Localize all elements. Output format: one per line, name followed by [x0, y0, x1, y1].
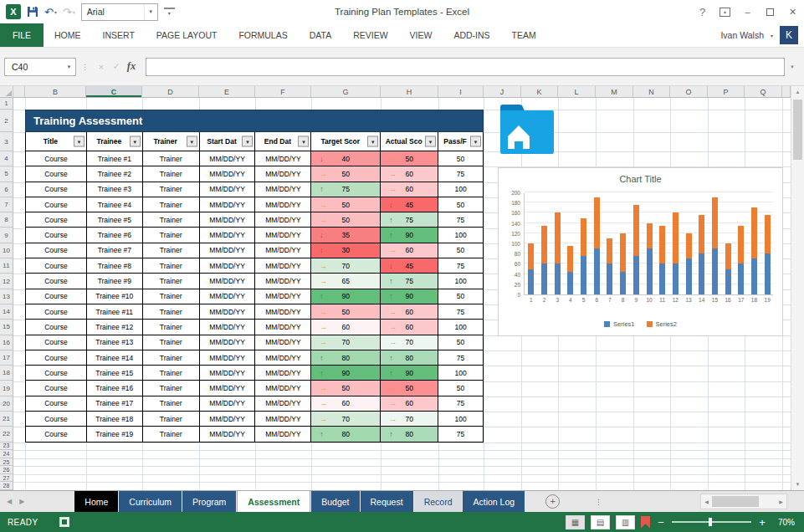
table-cell[interactable]: Trainee #13 — [87, 335, 143, 350]
table-cell[interactable]: Trainee #17 — [87, 396, 143, 412]
name-box-arrow-icon[interactable]: ▼ — [63, 64, 75, 69]
row-header-24[interactable]: 24 — [0, 450, 13, 458]
table-cell[interactable]: MM/DD/YY — [255, 212, 311, 228]
pass-cell[interactable]: 100 — [438, 274, 484, 289]
table-cell[interactable]: Course — [26, 396, 87, 412]
ribbon-tab-formulas[interactable]: FORMULAS — [228, 23, 298, 47]
table-cell[interactable]: MM/DD/YY — [200, 182, 256, 197]
horizontal-scrollbar[interactable]: ◀ ▶ — [700, 494, 787, 509]
column-header-b[interactable]: B — [25, 86, 86, 97]
row-header-14[interactable]: 14 — [0, 304, 13, 320]
page-break-view-button[interactable]: ▥ — [616, 515, 635, 529]
table-column-header[interactable]: Start Dat▼ — [200, 132, 256, 151]
table-cell[interactable]: MM/DD/YY — [200, 258, 256, 274]
table-cell[interactable]: Course — [26, 182, 87, 197]
sheet-tab-assessment[interactable]: Assessment — [237, 491, 310, 512]
table-cell[interactable]: Trainer — [143, 228, 200, 243]
filter-dropdown-button[interactable]: ▼ — [470, 136, 481, 147]
actual-score-cell[interactable]: →60 — [381, 166, 438, 182]
actual-score-cell[interactable]: →60 — [381, 243, 438, 258]
target-score-cell[interactable]: ↓40 — [311, 151, 381, 166]
table-cell[interactable]: Course — [26, 335, 87, 350]
target-score-cell[interactable]: →60 — [311, 396, 381, 412]
horizontal-scroll-thumb[interactable] — [712, 496, 759, 507]
actual-score-cell[interactable]: ↑75 — [381, 274, 438, 289]
insert-function-button[interactable]: fx — [124, 60, 139, 73]
minimize-button[interactable]: – — [736, 0, 759, 23]
table-cell[interactable]: Trainee #18 — [87, 412, 143, 427]
sheet-tab-program[interactable]: Program — [182, 491, 236, 512]
ribbon-tab-page-layout[interactable]: PAGE LAYOUT — [146, 23, 228, 47]
formula-bar-expand-icon[interactable]: ▼ — [785, 64, 800, 69]
table-column-header[interactable]: Actual Sco▼ — [381, 132, 438, 151]
actual-score-cell[interactable]: ↓45 — [381, 197, 438, 212]
actual-score-cell[interactable]: →70 — [381, 335, 438, 350]
user-dropdown-arrow-icon[interactable]: ▾ — [771, 33, 773, 38]
scroll-right-arrow-icon[interactable]: ▶ — [776, 499, 786, 504]
table-cell[interactable]: MM/DD/YY — [255, 289, 311, 304]
pass-cell[interactable]: 50 — [438, 243, 484, 258]
formula-input[interactable] — [146, 58, 785, 76]
table-cell[interactable]: Trainee #7 — [87, 243, 143, 258]
target-score-cell[interactable]: →50 — [311, 304, 381, 320]
row-header-19[interactable]: 19 — [0, 381, 13, 396]
table-cell[interactable]: Course — [26, 304, 87, 320]
table-cell[interactable]: MM/DD/YY — [255, 320, 311, 335]
pass-cell[interactable]: 50 — [438, 197, 484, 212]
column-header-k[interactable]: K — [521, 86, 558, 97]
sheet-tab-action-log[interactable]: Action Log — [463, 491, 525, 512]
pass-cell[interactable]: 75 — [438, 258, 484, 274]
table-cell[interactable]: Trainee #8 — [87, 258, 143, 274]
table-cell[interactable]: Trainer — [143, 366, 200, 381]
font-dropdown-arrow-icon[interactable]: ▼ — [144, 4, 157, 20]
row-header-25[interactable]: 25 — [0, 458, 13, 467]
column-header-n[interactable]: N — [633, 86, 670, 97]
table-column-header[interactable]: Target Scor▼ — [311, 132, 381, 151]
row-header-28[interactable]: 28 — [0, 482, 13, 490]
row-header-1[interactable]: 1 — [0, 98, 13, 110]
table-cell[interactable]: Course — [26, 427, 87, 442]
filter-dropdown-button[interactable]: ▼ — [74, 136, 84, 147]
table-cell[interactable]: MM/DD/YY — [200, 366, 256, 381]
table-cell[interactable]: Course — [26, 289, 87, 304]
sheet-tab-budget[interactable]: Budget — [311, 491, 359, 512]
row-header-26[interactable]: 26 — [0, 466, 13, 474]
ribbon-tab-data[interactable]: DATA — [299, 23, 342, 47]
table-column-header[interactable]: Trainee▼ — [87, 132, 143, 151]
pass-cell[interactable]: 100 — [438, 412, 484, 427]
undo-button[interactable]: ↶▾ — [44, 7, 57, 18]
actual-score-cell[interactable]: ↑90 — [381, 366, 438, 381]
table-cell[interactable]: Trainer — [143, 289, 200, 304]
new-sheet-button[interactable]: + — [545, 494, 560, 509]
row-header-12[interactable]: 12 — [0, 274, 13, 289]
cancel-icon[interactable]: × — [94, 62, 109, 72]
pass-cell[interactable]: 50 — [438, 381, 484, 396]
column-header-l[interactable]: L — [558, 86, 596, 97]
table-cell[interactable]: Course — [26, 151, 87, 166]
table-cell[interactable]: Trainer — [143, 335, 200, 350]
table-cell[interactable]: Trainer — [143, 258, 200, 274]
table-cell[interactable]: Trainer — [143, 166, 200, 182]
table-cell[interactable]: Course — [26, 320, 87, 335]
table-cell[interactable]: MM/DD/YY — [200, 289, 256, 304]
normal-view-button[interactable]: ▦ — [566, 515, 585, 529]
actual-score-cell[interactable]: →60 — [381, 320, 438, 335]
row-header-7[interactable]: 7 — [0, 197, 13, 212]
row-header-17[interactable]: 17 — [0, 350, 13, 366]
table-cell[interactable]: Trainer — [143, 320, 200, 335]
table-cell[interactable]: MM/DD/YY — [200, 381, 256, 396]
table-cell[interactable]: Trainee #4 — [87, 197, 143, 212]
pass-cell[interactable]: 75 — [438, 166, 484, 182]
ribbon-tab-review[interactable]: REVIEW — [342, 23, 398, 47]
row-header-22[interactable]: 22 — [0, 427, 13, 442]
font-name-combobox[interactable]: Arial ▼ — [81, 3, 158, 21]
tab-file[interactable]: FILE — [0, 23, 44, 47]
pass-cell[interactable]: 100 — [438, 320, 484, 335]
pass-cell[interactable]: 75 — [438, 304, 484, 320]
table-cell[interactable]: MM/DD/YY — [255, 228, 311, 243]
table-cell[interactable]: MM/DD/YY — [255, 381, 311, 396]
actual-score-cell[interactable]: ↑90 — [381, 289, 438, 304]
table-column-header[interactable]: End Dat▼ — [255, 132, 311, 151]
table-cell[interactable]: MM/DD/YY — [200, 197, 256, 212]
target-score-cell[interactable]: →50 — [311, 166, 381, 182]
